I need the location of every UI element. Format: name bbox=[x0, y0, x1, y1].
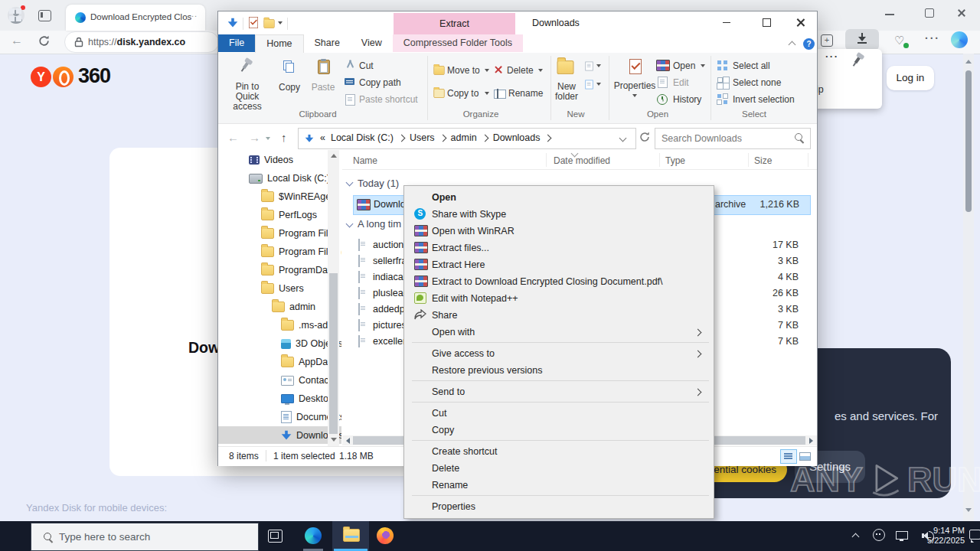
taskbar-search-input[interactable]: Type here to search bbox=[31, 523, 259, 551]
scroll-left-icon[interactable] bbox=[346, 438, 350, 444]
group-collapse-icon[interactable] bbox=[346, 220, 354, 228]
refresh-address-icon[interactable] bbox=[639, 132, 650, 145]
browser-menu-icon[interactable]: ··· bbox=[925, 32, 940, 44]
tab-compressed-folder-tools[interactable]: Compressed Folder Tools bbox=[393, 34, 523, 52]
tree-item-videos[interactable]: Videos bbox=[249, 152, 293, 168]
tray-app-icon[interactable] bbox=[873, 529, 885, 541]
column-type[interactable]: Type bbox=[665, 155, 685, 166]
nav-up-icon[interactable]: ↑ bbox=[281, 131, 287, 144]
nav-history-icon[interactable] bbox=[266, 137, 270, 140]
flyout-more-icon[interactable]: ··· bbox=[825, 51, 839, 62]
tray-expand-icon[interactable] bbox=[852, 533, 860, 541]
menu-item-properties[interactable]: Properties bbox=[407, 498, 711, 515]
help-icon[interactable]: ? bbox=[803, 38, 815, 50]
new-item-button[interactable] bbox=[583, 60, 606, 73]
rename-button[interactable]: Rename bbox=[494, 86, 547, 102]
select-all-button[interactable]: Select all bbox=[716, 59, 808, 73]
breadcrumb-downloads[interactable]: Downloads bbox=[493, 132, 541, 143]
history-button[interactable]: History bbox=[656, 93, 707, 106]
qat-properties-icon[interactable] bbox=[249, 17, 261, 32]
new-tab-collections-icon[interactable]: + bbox=[821, 34, 833, 47]
search-input[interactable]: Search Downloads bbox=[655, 128, 811, 149]
network-icon[interactable] bbox=[896, 531, 908, 540]
breadcrumb-local-disk[interactable]: Local Disk (C:) bbox=[331, 132, 394, 143]
group-header-today[interactable]: Today (1) bbox=[358, 178, 399, 189]
page-scrollbar[interactable] bbox=[963, 54, 974, 521]
file-explorer-taskbar-icon[interactable] bbox=[343, 529, 360, 542]
open-button[interactable]: Open bbox=[656, 59, 707, 73]
tab-home[interactable]: Home bbox=[255, 34, 303, 53]
menu-item-rename[interactable]: Rename bbox=[407, 477, 711, 494]
copilot-icon[interactable] bbox=[951, 31, 968, 48]
invert-selection-button[interactable]: Invert selection bbox=[716, 93, 808, 106]
minimize-button[interactable] bbox=[715, 11, 738, 33]
menu-item-extract-to[interactable]: Extract to Download Encrypted Closing Do… bbox=[407, 273, 711, 290]
column-name[interactable]: Name bbox=[353, 155, 377, 166]
paste-shortcut-button[interactable]: Paste shortcut bbox=[342, 93, 426, 106]
select-none-button[interactable]: Select none bbox=[716, 76, 808, 90]
qat-customize-icon[interactable] bbox=[278, 21, 283, 24]
taskbar-clock[interactable]: 9:14 PM 5/22/2025 bbox=[922, 526, 965, 546]
scroll-right-icon[interactable] bbox=[809, 438, 813, 444]
pin-to-quick-access-button[interactable]: Pin to Quick access bbox=[223, 56, 272, 114]
nav-back-icon[interactable]: ← bbox=[227, 131, 239, 144]
menu-item-give-access-to[interactable]: Give access to bbox=[407, 345, 711, 362]
delete-button[interactable]: Delete bbox=[494, 64, 543, 79]
copy-path-button[interactable]: Copy path bbox=[342, 76, 426, 90]
paste-button[interactable]: Paste bbox=[308, 56, 338, 114]
tab-share[interactable]: Share bbox=[304, 34, 351, 52]
scroll-down-icon[interactable] bbox=[331, 438, 337, 442]
menu-item-create-shortcut[interactable]: Create shortcut bbox=[407, 443, 711, 460]
browser-minimize-button[interactable] bbox=[885, 14, 894, 15]
scroll-up-icon[interactable] bbox=[965, 60, 972, 64]
copy-button[interactable]: Copy bbox=[273, 56, 306, 114]
properties-button[interactable]: Properties bbox=[613, 56, 656, 114]
downloads-toolbar-button[interactable] bbox=[845, 29, 879, 51]
tree-item-admin[interactable]: admin bbox=[272, 298, 315, 315]
tree-item-program-files[interactable]: Program Files bbox=[261, 225, 338, 242]
tab-file[interactable]: File bbox=[218, 34, 255, 52]
action-center-icon[interactable] bbox=[969, 530, 980, 540]
menu-item-send-to[interactable]: Send to bbox=[407, 383, 711, 400]
flyout-pin-icon[interactable] bbox=[856, 57, 859, 64]
scroll-down-icon[interactable] bbox=[965, 508, 972, 512]
breadcrumb-users[interactable]: Users bbox=[410, 132, 435, 143]
easy-access-button[interactable] bbox=[583, 79, 606, 91]
address-dropdown-icon[interactable] bbox=[619, 135, 627, 142]
menu-item-open-with-winrar[interactable]: Open with WinRAR bbox=[407, 223, 711, 240]
firefox-taskbar-icon[interactable] bbox=[377, 527, 394, 544]
tab-options-icon[interactable]: .. bbox=[191, 9, 198, 18]
back-icon[interactable]: ← bbox=[11, 34, 23, 47]
scrollbar-thumb[interactable] bbox=[965, 70, 972, 212]
menu-item-restore-previous-versions[interactable]: Restore previous versions bbox=[407, 362, 711, 379]
move-to-button[interactable]: Move to bbox=[433, 64, 491, 79]
qat-downloads-icon[interactable] bbox=[227, 18, 238, 29]
tree-item-desktop[interactable]: Desktop bbox=[281, 390, 334, 407]
menu-item-open[interactable]: Open bbox=[407, 189, 711, 206]
refresh-icon[interactable] bbox=[38, 35, 50, 49]
nav-forward-icon[interactable]: → bbox=[249, 131, 260, 144]
tree-item-perflogs[interactable]: PerfLogs bbox=[261, 207, 317, 223]
new-folder-button[interactable]: New folder bbox=[554, 56, 580, 114]
copy-to-button[interactable]: Copy to bbox=[433, 86, 491, 102]
tree-scrollbar-thumb[interactable] bbox=[329, 273, 338, 434]
edit-button[interactable]: Edit bbox=[656, 76, 707, 90]
tree-item-local-disk[interactable]: Local Disk (C:) bbox=[249, 170, 330, 187]
group-collapse-icon[interactable] bbox=[346, 179, 354, 187]
cut-button[interactable]: Cut bbox=[342, 59, 426, 73]
qat-folder-icon[interactable] bbox=[263, 18, 276, 29]
task-view-button[interactable] bbox=[268, 530, 283, 543]
menu-item-copy[interactable]: Copy bbox=[407, 422, 711, 439]
login-button[interactable]: Log in bbox=[887, 66, 934, 90]
tab-view[interactable]: View bbox=[351, 34, 393, 52]
menu-item-delete[interactable]: Delete bbox=[407, 460, 711, 477]
browser-tab[interactable]: Download Encrypted Closing D .. bbox=[66, 5, 205, 31]
tree-scrollbar[interactable] bbox=[328, 150, 339, 447]
menu-item-cut[interactable]: Cut bbox=[407, 405, 711, 422]
menu-item-share-with-skype[interactable]: Share with Skype bbox=[407, 206, 711, 223]
close-button[interactable] bbox=[789, 11, 812, 33]
vertical-tabs-icon[interactable] bbox=[38, 10, 51, 21]
search-icon[interactable] bbox=[795, 133, 802, 141]
edge-taskbar-icon[interactable] bbox=[305, 527, 322, 544]
url-bar[interactable]: https://disk.yandex.co bbox=[64, 31, 219, 53]
